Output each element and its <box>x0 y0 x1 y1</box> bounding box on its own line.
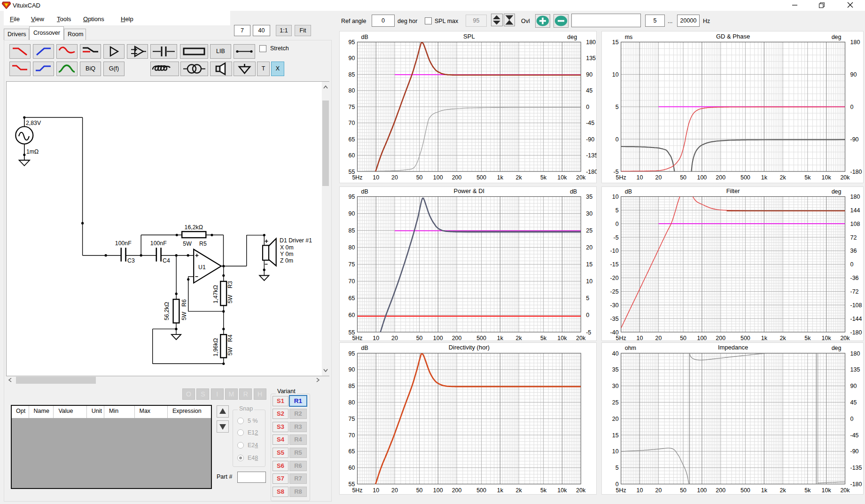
svg-text:Filter: Filter <box>726 187 740 194</box>
svg-text:-180: -180 <box>850 481 862 488</box>
svg-text:5W: 5W <box>183 240 192 247</box>
svg-text:90: 90 <box>850 383 857 389</box>
svg-text:180: 180 <box>850 194 860 200</box>
svg-text:70: 70 <box>349 432 355 439</box>
svg-text:20: 20 <box>655 174 662 181</box>
svg-text:Impedance: Impedance <box>718 344 748 351</box>
svg-text:-108: -108 <box>850 302 862 309</box>
svg-text:500: 500 <box>476 487 486 494</box>
svg-text:65: 65 <box>349 295 355 302</box>
svg-text:10: 10 <box>612 448 619 455</box>
svg-text:5: 5 <box>586 295 589 302</box>
svg-text:deg: deg <box>567 34 577 40</box>
svg-text:15: 15 <box>586 261 592 268</box>
svg-text:-90: -90 <box>850 136 859 143</box>
svg-text:10k: 10k <box>557 335 567 341</box>
svg-text:5k: 5k <box>540 335 547 341</box>
svg-text:R4: R4 <box>227 334 234 342</box>
svg-text:20: 20 <box>391 174 398 181</box>
svg-text:50: 50 <box>680 174 686 181</box>
svg-text:dB: dB <box>570 188 577 195</box>
svg-text:20k: 20k <box>576 174 586 181</box>
svg-text:20k: 20k <box>840 174 850 181</box>
svg-text:200: 200 <box>716 487 725 494</box>
svg-text:75: 75 <box>349 104 355 110</box>
svg-text:56,2kΩ: 56,2kΩ <box>164 302 170 320</box>
svg-text:70: 70 <box>349 120 355 126</box>
svg-text:60: 60 <box>349 152 355 159</box>
svg-text:200: 200 <box>716 174 725 181</box>
svg-text:75: 75 <box>349 416 355 422</box>
svg-text:2k: 2k <box>779 335 786 341</box>
svg-text:1k: 1k <box>497 335 504 341</box>
svg-text:200: 200 <box>452 174 462 181</box>
svg-text:2k: 2k <box>515 335 522 341</box>
svg-text:5W: 5W <box>227 347 234 356</box>
svg-text:X 0m: X 0m <box>280 244 294 251</box>
svg-text:dB: dB <box>361 188 368 195</box>
svg-text:1k: 1k <box>497 174 504 181</box>
svg-text:deg: deg <box>832 188 842 195</box>
svg-text:2k: 2k <box>779 174 786 181</box>
svg-text:deg: deg <box>832 345 842 351</box>
svg-text:0: 0 <box>586 104 589 110</box>
svg-text:-135: -135 <box>850 465 862 471</box>
svg-text:5Hz: 5Hz <box>616 487 626 494</box>
svg-text:10: 10 <box>612 71 619 78</box>
svg-text:16,2kΩ: 16,2kΩ <box>185 224 203 231</box>
svg-text:10: 10 <box>612 194 619 200</box>
svg-text:35: 35 <box>612 366 619 373</box>
svg-text:25: 25 <box>612 399 619 406</box>
svg-text:36: 36 <box>850 248 857 254</box>
svg-text:1k: 1k <box>497 487 504 494</box>
svg-text:1k: 1k <box>761 174 768 181</box>
svg-text:Z 0m: Z 0m <box>280 257 293 264</box>
svg-text:U1: U1 <box>198 264 206 271</box>
svg-text:135: 135 <box>586 55 596 62</box>
svg-text:Power & DI: Power & DI <box>453 187 484 194</box>
svg-text:5k: 5k <box>540 487 547 494</box>
svg-text:80: 80 <box>349 87 355 94</box>
svg-text:1,47kΩ: 1,47kΩ <box>212 285 219 303</box>
svg-text:20: 20 <box>586 244 592 251</box>
svg-text:95: 95 <box>349 350 355 357</box>
svg-text:80: 80 <box>349 399 355 406</box>
svg-text:40: 40 <box>612 350 619 357</box>
svg-text:72: 72 <box>850 234 857 241</box>
svg-text:30: 30 <box>586 210 592 217</box>
svg-text:20: 20 <box>655 487 662 494</box>
svg-text:100: 100 <box>433 487 443 494</box>
svg-text:SPL: SPL <box>463 33 475 40</box>
svg-text:50: 50 <box>680 487 686 494</box>
svg-text:C3: C3 <box>127 257 135 264</box>
svg-text:5: 5 <box>616 104 619 110</box>
svg-text:0: 0 <box>850 104 854 110</box>
svg-text:20: 20 <box>612 416 619 422</box>
svg-text:100: 100 <box>697 174 707 181</box>
svg-text:-180: -180 <box>586 169 597 175</box>
svg-text:0: 0 <box>850 416 854 422</box>
svg-text:80: 80 <box>349 244 355 251</box>
svg-text:Directivity (hor): Directivity (hor) <box>449 344 490 351</box>
svg-text:500: 500 <box>740 487 750 494</box>
svg-text:5W: 5W <box>181 311 187 320</box>
svg-text:0: 0 <box>616 136 619 143</box>
svg-text:1k: 1k <box>761 487 768 494</box>
svg-text:100: 100 <box>433 174 443 181</box>
svg-text:dB: dB <box>625 188 632 195</box>
svg-text:dB: dB <box>361 34 368 40</box>
svg-text:2k: 2k <box>515 174 522 181</box>
svg-text:R3: R3 <box>227 281 234 288</box>
svg-text:-180: -180 <box>850 169 862 175</box>
svg-text:75: 75 <box>349 261 355 268</box>
svg-text:90: 90 <box>586 71 592 78</box>
svg-text:500: 500 <box>740 174 750 181</box>
svg-text:0: 0 <box>586 312 589 318</box>
svg-text:2,83V: 2,83V <box>26 120 41 126</box>
svg-text:-45: -45 <box>586 120 594 126</box>
svg-text:100nF: 100nF <box>115 240 132 247</box>
svg-text:5W: 5W <box>227 295 234 303</box>
svg-text:5Hz: 5Hz <box>352 174 362 181</box>
svg-text:85: 85 <box>349 71 355 78</box>
svg-text:20k: 20k <box>576 487 586 494</box>
